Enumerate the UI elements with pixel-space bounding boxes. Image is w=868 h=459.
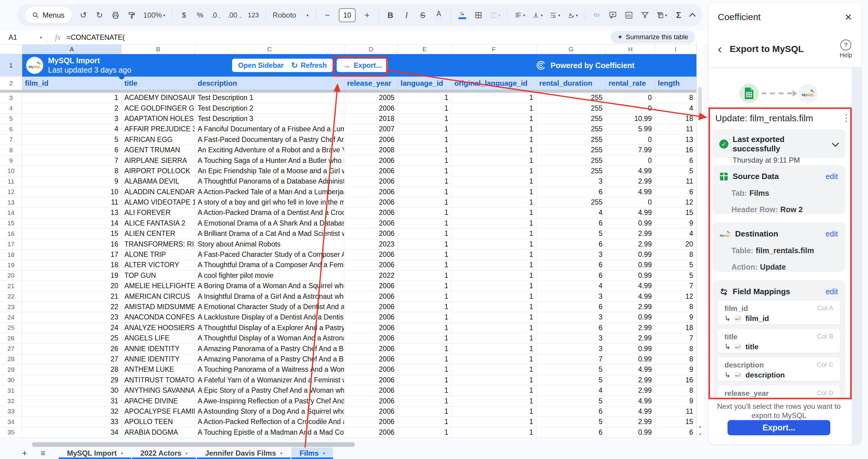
grid-cell[interactable]: APOCALYPSE FLAMING bbox=[122, 406, 195, 417]
grid-cell[interactable]: 1 bbox=[452, 333, 536, 343]
grid-cell[interactable]: 2006 bbox=[344, 396, 398, 406]
grid-cell[interactable]: 2006 bbox=[344, 291, 398, 301]
edit-source-link[interactable]: edit bbox=[826, 172, 838, 181]
grid-cell[interactable]: 1 bbox=[452, 302, 536, 312]
row-header-10[interactable]: 10 bbox=[0, 166, 22, 176]
grid-cell[interactable]: 2006 bbox=[344, 218, 398, 229]
mapping-item-title[interactable]: titleCol B↳MySQLtitle bbox=[717, 329, 840, 353]
grid-cell[interactable]: ALONE TRIP bbox=[122, 250, 195, 260]
grid-cell[interactable]: 3 bbox=[536, 312, 606, 323]
grid-cell[interactable]: 2006 bbox=[344, 197, 398, 208]
grid-cell[interactable]: 20 bbox=[655, 239, 696, 249]
column-header-G[interactable]: G bbox=[536, 45, 606, 54]
grid-cell[interactable]: 6 bbox=[655, 427, 696, 438]
grid-cell[interactable]: 8 bbox=[655, 354, 696, 364]
grid-cell[interactable]: 6 bbox=[536, 270, 606, 281]
row-header-5[interactable]: 5 bbox=[0, 114, 22, 124]
grid-cell[interactable]: AFRICAN EGG bbox=[122, 135, 195, 145]
header-cell-language_id[interactable]: language_id bbox=[398, 76, 452, 90]
grid-cell[interactable]: 3 bbox=[536, 176, 606, 187]
grid-cell[interactable]: 2006 bbox=[344, 386, 398, 396]
grid-cell[interactable]: 1 bbox=[452, 417, 536, 427]
grid-cell[interactable]: 1 bbox=[452, 218, 536, 229]
grid-cell[interactable]: 13 bbox=[22, 208, 122, 218]
grid-cell[interactable]: 3 bbox=[22, 114, 122, 124]
grid-cell[interactable]: 4 bbox=[536, 386, 606, 396]
grid-cell[interactable]: 3 bbox=[536, 343, 606, 354]
grid-cell[interactable]: 1 bbox=[398, 114, 452, 124]
grid-cell[interactable]: 1 bbox=[398, 270, 452, 281]
grid-cell[interactable]: 28 bbox=[22, 364, 122, 375]
grid-cell[interactable]: 1 bbox=[452, 396, 536, 406]
selection-handle[interactable] bbox=[119, 74, 124, 79]
grid-cell[interactable]: 2 bbox=[22, 103, 122, 113]
decrease-decimal-button[interactable]: .0← bbox=[212, 12, 221, 19]
grid-cell[interactable]: 1 bbox=[398, 406, 452, 417]
grid-cell[interactable]: 11 bbox=[655, 124, 696, 134]
column-header-C[interactable]: C bbox=[195, 45, 344, 54]
back-icon[interactable]: ‹ bbox=[718, 44, 722, 54]
grid-cell[interactable]: 1 bbox=[398, 93, 452, 103]
grid-cell[interactable]: 2.99 bbox=[606, 333, 655, 343]
grid-cell[interactable]: 255 bbox=[536, 145, 606, 155]
grid-cell[interactable]: 0.99 bbox=[606, 260, 655, 270]
export-button[interactable]: →Export... bbox=[337, 59, 388, 72]
grid-cell[interactable]: 2006 bbox=[344, 354, 398, 364]
grid-cell[interactable]: 1 bbox=[452, 386, 536, 396]
grid-cell[interactable]: 8 bbox=[655, 343, 696, 354]
mapping-item-film_id[interactable]: film_idCol A↳MySQLfilm_id bbox=[717, 300, 840, 325]
grid-cell[interactable]: 1 bbox=[452, 260, 536, 270]
grid-cell[interactable]: 255 bbox=[536, 114, 606, 124]
chevron-down-icon[interactable]: ▾ bbox=[186, 451, 188, 456]
grid-cell[interactable]: 4.99 bbox=[606, 281, 655, 291]
grid-cell[interactable]: 4.99 bbox=[606, 166, 655, 176]
chevron-down-icon[interactable]: ▾ bbox=[280, 451, 283, 456]
grid-cell[interactable]: 6 bbox=[655, 187, 696, 197]
grid-cell[interactable]: 2006 bbox=[344, 364, 398, 375]
grid-cell[interactable]: 1 bbox=[398, 427, 452, 438]
grid-cell[interactable]: A Touching Saga of a Hunter And a Butler… bbox=[195, 155, 344, 166]
header-cell-original_language_id[interactable]: original_language_id bbox=[452, 76, 536, 90]
grid-cell[interactable]: 1 bbox=[452, 270, 536, 281]
mapping-item-release_year[interactable]: release_yearCol D↳MySQL bbox=[717, 385, 840, 401]
grid-cell[interactable]: 30 bbox=[22, 386, 122, 396]
grid-cell[interactable]: A Lacklusture Display of a Dentist And a… bbox=[195, 312, 344, 323]
grid-cell[interactable]: 1 bbox=[452, 427, 536, 438]
grid-cell[interactable]: 0.99 bbox=[606, 354, 655, 364]
grid-cell[interactable]: 1 bbox=[452, 197, 536, 208]
row-header-16[interactable]: 16 bbox=[0, 229, 22, 239]
font-family-select[interactable]: Roboto▾ bbox=[273, 11, 309, 20]
row-header-12[interactable]: 12 bbox=[0, 187, 22, 197]
grid-cell[interactable]: Test Description 2 bbox=[195, 103, 344, 113]
collapse-toolbar-icon[interactable] bbox=[689, 13, 696, 20]
vertical-align-button[interactable]: ▾ bbox=[532, 11, 543, 20]
grid-cell[interactable]: 1 bbox=[398, 103, 452, 113]
grid-cell[interactable]: A Thoughtful Display of a Woman And a As… bbox=[195, 333, 344, 343]
grid-cell[interactable]: 1 bbox=[398, 302, 452, 312]
grid-cell[interactable]: ALADDIN CALENDAR bbox=[122, 187, 195, 197]
grid-cell[interactable]: 2007 bbox=[344, 124, 398, 134]
grid-cell[interactable]: A Fast-Paced Character Study of a Compos… bbox=[195, 250, 344, 260]
grid-cell[interactable]: 16 bbox=[655, 375, 696, 386]
grid-cell[interactable]: 0.99 bbox=[606, 427, 655, 438]
grid-cell[interactable]: 8 bbox=[655, 93, 696, 103]
grid-cell[interactable]: 22 bbox=[22, 302, 122, 312]
grid-cell[interactable]: 255 bbox=[536, 124, 606, 134]
grid-cell[interactable]: A Fast-Paced Documentary of a Pastry Che… bbox=[195, 135, 344, 145]
grid-cell[interactable]: 23 bbox=[22, 312, 122, 323]
grid-cell[interactable]: 2005 bbox=[344, 93, 398, 103]
grid-cell[interactable]: 1 bbox=[398, 386, 452, 396]
grid-cell[interactable]: 2006 bbox=[344, 166, 398, 176]
grid-cell[interactable]: 6 bbox=[536, 427, 606, 438]
grid-cell[interactable]: 0.99 bbox=[606, 343, 655, 354]
grid-cell[interactable]: 2.99 bbox=[606, 323, 655, 333]
grid-cell[interactable]: 1 bbox=[452, 312, 536, 323]
column-header-A[interactable]: A bbox=[22, 45, 122, 54]
grid-cell[interactable]: 1 bbox=[452, 208, 536, 218]
grid-cell[interactable]: AMELIE HELLFIGHTERS bbox=[122, 281, 195, 291]
grid-cell[interactable]: A Boring Drama of a Woman And a Squirrel… bbox=[195, 281, 344, 291]
merge-cells-button[interactable]: ▾ bbox=[490, 11, 501, 20]
filter-icon[interactable] bbox=[641, 11, 650, 20]
percent-format-button[interactable]: % bbox=[195, 11, 205, 19]
grid-cell[interactable]: TOP GUN bbox=[122, 270, 195, 281]
